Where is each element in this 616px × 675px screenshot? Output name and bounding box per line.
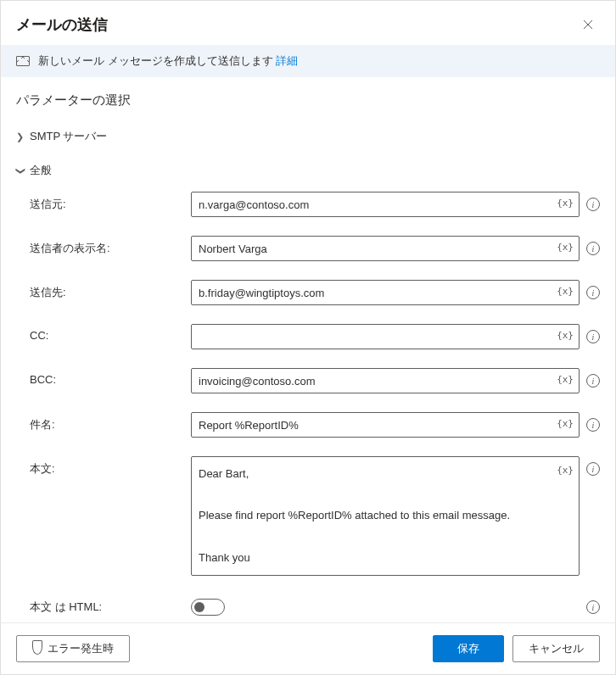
input-to[interactable]: b.friday@wingtiptoys.com {x} bbox=[191, 280, 580, 305]
info-icon[interactable]: i bbox=[586, 286, 600, 299]
toggle-knob bbox=[194, 602, 204, 612]
toggle-body-is-html[interactable] bbox=[191, 599, 225, 616]
info-text: 新しいメール メッセージを作成して送信します bbox=[38, 54, 273, 67]
group-smtp-label: SMTP サーバー bbox=[30, 129, 108, 144]
details-link[interactable]: 詳細 bbox=[276, 54, 298, 67]
info-icon[interactable]: i bbox=[586, 198, 600, 211]
info-icon[interactable]: i bbox=[586, 418, 600, 432]
label-body: 本文: bbox=[30, 456, 179, 477]
info-bar: 新しいメール メッセージを作成して送信します 詳細 bbox=[1, 45, 615, 77]
info-icon[interactable]: i bbox=[586, 462, 600, 476]
fx-icon[interactable]: {x} bbox=[557, 330, 574, 341]
cancel-button[interactable]: キャンセル bbox=[512, 635, 600, 662]
dialog-title: メールの送信 bbox=[16, 14, 108, 35]
fx-icon[interactable]: {x} bbox=[557, 286, 574, 297]
label-subject: 件名: bbox=[30, 412, 179, 432]
label-display: 送信者の表示名: bbox=[30, 236, 179, 256]
label-is-html: 本文 は HTML: bbox=[30, 594, 179, 615]
fx-icon[interactable]: {x} bbox=[557, 374, 574, 385]
group-smtp[interactable]: ❯ SMTP サーバー bbox=[16, 124, 600, 149]
info-icon[interactable]: i bbox=[586, 374, 600, 388]
label-to: 送信先: bbox=[30, 280, 179, 300]
info-icon[interactable]: i bbox=[586, 600, 600, 614]
input-from[interactable]: n.varga@contoso.com {x} bbox=[191, 192, 580, 217]
content-area: パラメーターの選択 ❯ SMTP サーバー ❯ 全般 送信元: n.varga@… bbox=[1, 77, 615, 622]
shield-icon bbox=[32, 643, 42, 655]
mail-icon bbox=[16, 56, 30, 66]
input-display-name[interactable]: Norbert Varga {x} bbox=[191, 236, 580, 261]
info-icon[interactable]: i bbox=[586, 330, 600, 343]
fx-icon[interactable]: {x} bbox=[557, 198, 574, 209]
input-cc[interactable]: {x} bbox=[191, 324, 580, 349]
chevron-right-icon: ❯ bbox=[16, 131, 25, 142]
save-button[interactable]: 保存 bbox=[433, 635, 504, 662]
on-error-button[interactable]: エラー発生時 bbox=[16, 635, 130, 662]
group-general-label: 全般 bbox=[30, 163, 52, 178]
label-bcc: BCC: bbox=[30, 368, 179, 386]
label-from: 送信元: bbox=[30, 192, 179, 212]
input-bcc[interactable]: invoicing@contoso.com {x} bbox=[191, 368, 580, 393]
fx-icon[interactable]: {x} bbox=[557, 462, 574, 480]
label-cc: CC: bbox=[30, 324, 179, 342]
input-body[interactable]: Dear Bart, Please find report %ReportID%… bbox=[191, 456, 580, 576]
fx-icon[interactable]: {x} bbox=[557, 242, 574, 253]
close-button[interactable] bbox=[576, 13, 600, 36]
info-icon[interactable]: i bbox=[586, 242, 600, 255]
section-title: パラメーターの選択 bbox=[16, 92, 600, 109]
group-general[interactable]: ❯ 全般 bbox=[16, 158, 600, 183]
chevron-down-icon: ❯ bbox=[15, 166, 26, 175]
close-icon bbox=[583, 20, 593, 30]
input-subject[interactable]: Report %ReportID% {x} bbox=[191, 412, 580, 438]
fx-icon[interactable]: {x} bbox=[557, 418, 574, 429]
